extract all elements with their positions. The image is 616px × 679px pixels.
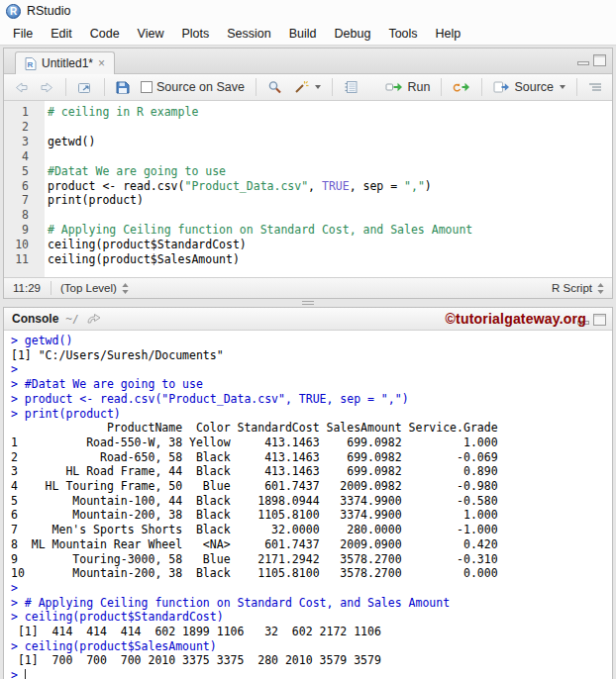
- forward-arrow-icon: [40, 81, 54, 94]
- menu-item-edit[interactable]: Edit: [42, 24, 81, 44]
- code-text: [37, 208, 54, 223]
- maximize-pane-icon[interactable]: [593, 54, 606, 66]
- window-title: RStudio: [27, 4, 70, 18]
- tab-close-icon[interactable]: ×: [98, 58, 105, 68]
- code-editor[interactable]: 1# ceiling in R example2 3getwd()4 5#Dat…: [4, 101, 612, 277]
- line-number: 7: [4, 193, 37, 208]
- rstudio-window: R RStudio File Edit Code View Plots Sess…: [0, 0, 616, 679]
- find-replace-button[interactable]: [263, 78, 286, 96]
- code-line: 6product <- read.csv("Product_Data.csv",…: [4, 179, 612, 194]
- back-arrow-icon: [14, 81, 29, 94]
- menu-item-plots[interactable]: Plots: [172, 24, 218, 44]
- file-type-selector[interactable]: R Script: [552, 282, 612, 294]
- console-input-line: >: [11, 581, 612, 596]
- line-number: 4: [4, 149, 37, 164]
- code-text: print(product): [37, 193, 144, 208]
- watermark-label: ©tutorialgateway.org: [446, 311, 586, 327]
- code-text: # Applying Ceiling function on Standard …: [37, 223, 472, 238]
- editor-status-bar: 11:29 (Top Level) R Script: [4, 277, 612, 298]
- pane-splitter[interactable]: [0, 299, 616, 307]
- minimize-pane-icon[interactable]: [577, 61, 589, 65]
- toolbar-separator: [576, 78, 577, 96]
- console-title[interactable]: Console: [12, 312, 58, 326]
- menu-item-view[interactable]: View: [129, 24, 173, 44]
- code-text: ceiling(product$SalesAmount): [37, 252, 240, 267]
- console-output-line: [1] "C:/Users/Suresh/Documents": [11, 348, 612, 363]
- menu-item-build[interactable]: Build: [280, 24, 326, 44]
- working-directory-label: ~/: [65, 313, 78, 326]
- editor-window-buttons: [577, 54, 606, 66]
- toolbar-separator: [65, 78, 66, 96]
- title-bar: R RStudio: [0, 0, 616, 22]
- line-number: 8: [4, 208, 37, 223]
- code-text: getwd(): [37, 135, 95, 149]
- open-in-window-icon: [77, 81, 93, 94]
- code-text: product <- read.csv("Product_Data.csv", …: [37, 179, 432, 194]
- splitter-grip-icon: [302, 301, 314, 305]
- document-outline-button[interactable]: [584, 79, 606, 95]
- code-text: #Datat We are going to use: [37, 164, 226, 179]
- console-input-line: > ceiling(product$StandardCost): [11, 610, 612, 625]
- console-input-line: > getwd(): [11, 334, 612, 348]
- console-output-line: 9 Touring-3000, 58 Blue 2171.2942 3578.2…: [11, 552, 612, 567]
- code-line: 4: [4, 149, 612, 164]
- code-tools-button[interactable]: [289, 78, 325, 96]
- maximize-pane-icon[interactable]: [593, 314, 606, 326]
- rerun-icon: [453, 81, 470, 93]
- chevron-down-icon: [560, 85, 565, 89]
- console-input-line: > #Datat We are going to use: [11, 377, 612, 392]
- editor-tab-strip: R Untitled1* ×: [4, 48, 612, 74]
- show-in-new-window-button[interactable]: [73, 79, 97, 96]
- code-line: 5#Datat We are going to use: [4, 164, 612, 179]
- console-input-line: >: [11, 362, 612, 377]
- r-script-doc-icon: R: [25, 57, 37, 70]
- source-on-save-checkbox[interactable]: [141, 81, 153, 93]
- code-line: 7print(product): [4, 193, 612, 208]
- code-line: 9# Applying Ceiling function on Standard…: [4, 223, 612, 238]
- tab-untitled1[interactable]: R Untitled1* ×: [15, 51, 115, 74]
- file-type-label: R Script: [552, 282, 592, 294]
- menu-bar: File Edit Code View Plots Session Build …: [0, 22, 616, 46]
- menu-item-file[interactable]: File: [4, 24, 42, 44]
- document-outline-icon: [588, 81, 602, 93]
- source-button[interactable]: Source: [489, 78, 569, 96]
- back-button[interactable]: [10, 79, 33, 96]
- svg-text:R: R: [28, 60, 34, 69]
- toolbar-separator: [256, 78, 257, 96]
- editor-pane: R Untitled1* ×: [3, 48, 613, 299]
- console-output-line: 5 Mountain-100, 44 Black 1898.0944 3374.…: [11, 494, 612, 509]
- code-line: 11ceiling(product$SalesAmount): [4, 252, 612, 267]
- code-line: 2: [4, 120, 612, 135]
- cursor-position: 11:29: [4, 282, 51, 294]
- save-button[interactable]: [112, 79, 134, 96]
- notebook-icon: [344, 80, 359, 94]
- line-number: 1: [4, 105, 37, 120]
- console-output-line: 10 Mountain-200, 38 Black 1105.8100 3578…: [11, 566, 612, 581]
- menu-item-help[interactable]: Help: [427, 24, 470, 44]
- menu-item-session[interactable]: Session: [218, 24, 279, 44]
- compile-report-button[interactable]: [340, 78, 362, 96]
- menu-item-code[interactable]: Code: [81, 24, 129, 44]
- code-line: 1# ceiling in R example: [4, 105, 612, 120]
- source-on-save-label: Source on Save: [156, 80, 245, 94]
- toolbar-separator: [104, 78, 105, 96]
- code-text: [37, 149, 54, 164]
- scope-selector[interactable]: (Top Level): [51, 282, 129, 294]
- console-input-line: > # Applying Ceiling function on Standar…: [11, 596, 612, 611]
- rerun-button[interactable]: [449, 79, 474, 95]
- code-line: 3getwd(): [4, 135, 612, 149]
- run-button[interactable]: Run: [381, 78, 434, 96]
- menu-item-tools[interactable]: Tools: [379, 24, 426, 44]
- menu-item-debug[interactable]: Debug: [326, 24, 380, 44]
- console-output-line: 4 HL Touring Frame, 50 Blue 601.7437 200…: [11, 479, 612, 494]
- line-number: 11: [4, 252, 37, 267]
- scope-label: (Top Level): [60, 282, 117, 294]
- console-pane: Console ~/ ©tutorialgateway.org > getwd(…: [3, 307, 613, 679]
- console-output-line: [1] 700 700 700 2010 3375 3375 280 2010 …: [11, 653, 612, 668]
- forward-button[interactable]: [36, 79, 58, 96]
- source-on-save-toggle[interactable]: Source on Save: [137, 78, 249, 96]
- console-output-line: 3 HL Road Frame, 44 Black 413.1463 699.0…: [11, 464, 612, 479]
- view-working-directory-icon[interactable]: [86, 313, 102, 325]
- console-output[interactable]: > getwd()[1] "C:/Users/Suresh/Documents"…: [4, 331, 612, 679]
- code-lines: 1# ceiling in R example2 3getwd()4 5#Dat…: [4, 105, 612, 267]
